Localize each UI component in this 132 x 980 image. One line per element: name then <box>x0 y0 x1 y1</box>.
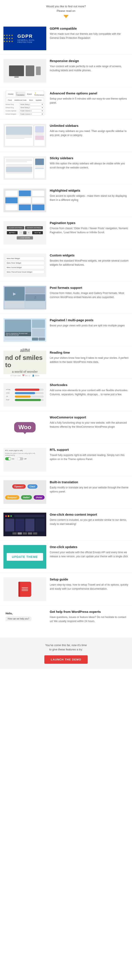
sticky-sidebars-image <box>3 156 46 180</box>
feature-gdpr: ★★★★★ ★★★★★ ★★ GDPR GENERAL DATA PROTECT… <box>0 22 132 55</box>
highlighted-widgets-description: Give accent to specific widgets - make t… <box>50 194 129 202</box>
setup-guide-title: Setup guide <box>50 578 129 581</box>
load-more-btn[interactable]: LOAD MORE <box>17 236 33 239</box>
wp-experts-description: Have questions, issues or feature ideas?… <box>50 615 129 624</box>
next-btn[interactable]: NEXT ▶ <box>32 231 43 234</box>
advanced-options-title: Advanced theme options panel <box>50 91 129 95</box>
rtl-description: Travell fully supports right-to-left ori… <box>50 453 129 461</box>
feature-post-formats: ▶ 🎵 Post formats support Choose from Vid… <box>0 282 132 314</box>
rtl-toggle-row: On Off <box>5 457 45 460</box>
page-3[interactable]: 3 <box>27 231 30 235</box>
pagination-image: OLDER ENTRIES NEWER ENTRIES ◀ PREV 1 2 3… <box>3 221 46 245</box>
demo-import-text-block: One-click demo content import Demo conte… <box>50 513 129 526</box>
ss-main-area <box>5 125 33 146</box>
woocommerce-description: Add a fully functioning shop to your new… <box>50 421 129 429</box>
demo-import-title: One-click demo content import <box>50 513 129 516</box>
device-phone-icon <box>36 67 41 75</box>
toggle-track-off[interactable] <box>17 457 23 460</box>
translation-word-1: Привет! <box>12 484 26 488</box>
reading-time-description: Let your visitors know how long it takes… <box>50 356 129 364</box>
custom-widgets-image: Meks Ads Widget Meks Flickr Widget Meks … <box>3 253 46 277</box>
di-dot-green <box>10 515 12 517</box>
feature-sticky-sidebars: Sticky sidebars With this option the sti… <box>0 152 132 185</box>
one-click-updates-description: Connect your website with the official E… <box>50 550 129 558</box>
field-label-default-wid: Default Widgets <box>6 113 18 115</box>
di-brand-3 <box>23 532 27 535</box>
sticky-side-accent <box>35 168 44 169</box>
wp-experts-title: Get help from WordPress experts <box>50 610 129 614</box>
field-val-home-sticky1: Home Sticky 1▼ <box>19 103 44 106</box>
update-theme-btn-display[interactable]: UPDATE THEME <box>6 553 43 561</box>
shortcodes-image: HTML CSS JS PHP <box>3 383 46 407</box>
paginated-text-block: Paginated / multi-page posts Boost your … <box>50 318 129 328</box>
hl-item-1 <box>5 190 18 197</box>
feature-pagination: OLDER ENTRIES NEWER ENTRIES ◀ PREV 1 2 3… <box>0 217 132 249</box>
feature-highlighted-widgets: Highlighted widgets Give accent to speci… <box>0 185 132 217</box>
responsive-text-block: Responsive design Your content will scal… <box>50 59 129 73</box>
toggle-off[interactable]: Off <box>17 457 27 460</box>
hl-item-accent-2 <box>19 190 31 197</box>
reading-time-title: Reading time <box>50 351 129 354</box>
woocommerce-text-block: WooCommerce support Add a fully function… <box>50 415 129 429</box>
di-url-bar <box>14 515 45 517</box>
advanced-options-description: Setup your website in 5 minutes with our… <box>50 97 129 105</box>
hl-item-accent-1 <box>5 197 18 204</box>
woocommerce-title: WooCommerce support <box>50 415 129 419</box>
one-click-updates-title: One-click updates <box>50 545 129 549</box>
toggle-track-on[interactable] <box>5 457 11 460</box>
hl-item-accent-3 <box>19 204 31 210</box>
sticky-line-4 <box>6 164 32 165</box>
demo-import-description: Demo content is included, so you get a w… <box>50 518 129 526</box>
setup-guide-image <box>3 578 46 601</box>
page-2[interactable]: 2 <box>23 231 27 235</box>
pagination-title: Pagination types <box>50 221 129 225</box>
shortcodes-title: Shortcodes <box>50 383 129 387</box>
gdpr-stars: ★★★★★ ★★★★★ ★★ <box>3 34 15 43</box>
adv-nav-header: Header <box>7 93 14 95</box>
sc-label-js: JS <box>6 396 13 398</box>
unlimited-sidebars-text-block: Unlimited sidebars Add as many sidebars … <box>50 124 129 137</box>
launch-demo-button[interactable]: LAUNCH THE DEMO <box>45 655 87 664</box>
field-label-default-slug2: Default Slug <box>6 107 18 108</box>
sticky-side-line-1 <box>35 165 44 166</box>
di-brands-row <box>5 532 45 535</box>
sticky-line-5 <box>6 165 32 166</box>
di-brand-4 <box>28 532 32 535</box>
sticky-side-line-2 <box>35 167 44 168</box>
hl-col-3 <box>32 190 45 210</box>
toggle-on[interactable]: On <box>5 457 14 460</box>
toggle-on-label: On <box>12 458 14 460</box>
shortcodes-bars: HTML CSS JS PHP <box>3 383 46 407</box>
gdpr-title: GDPR compatible <box>50 27 129 30</box>
book-line-2 <box>22 589 28 589</box>
feature-advanced-options: Header ✓ Translation Brand ⚡ Performance… <box>0 87 132 119</box>
page-1[interactable]: 1 <box>19 231 23 235</box>
custom-widgets-description: Besides the standard WordPress widgets, … <box>50 259 129 267</box>
prev-btn[interactable]: ◀ PREV <box>7 231 17 234</box>
ss-sidebar-area <box>34 125 45 146</box>
post-formats-image: ▶ 🎵 <box>3 286 46 309</box>
book-line-3 <box>22 590 28 591</box>
feature-translation: Привет! Ciao! Bonjour! Hello! ¡Hola! Bui… <box>0 476 132 508</box>
ss-line-2 <box>6 137 32 138</box>
older-entries-btn[interactable]: OLDER ENTRIES <box>7 226 24 229</box>
translation-word-3: Bonjour! <box>5 495 19 500</box>
newer-entries-btn[interactable]: NEWER ENTRIES <box>25 226 43 229</box>
rtl-image: RTL mode (right to left) Enable this opt… <box>3 448 46 471</box>
meks-flickr-label: Meks Flickr Widget <box>6 262 21 264</box>
sc-bar-js: JS <box>6 396 44 398</box>
hl-item-accent-4 <box>32 204 45 210</box>
feature-reading-time: alifM nd of smiles to a world of wonder … <box>0 346 132 379</box>
hl-item-2 <box>5 204 18 210</box>
field-val-footer-col2: Footer Column 2▼ <box>19 113 44 115</box>
sc-track-css <box>15 392 44 394</box>
sc-fill-css <box>15 392 35 394</box>
header-tagline: Please read on <box>9 9 123 13</box>
sc-bar-html: HTML <box>6 388 44 391</box>
adv-fields: Default Slug Home Sticky 1▼ Default Slug… <box>6 103 44 115</box>
unlimited-sidebars-title: Unlimited sidebars <box>50 124 129 127</box>
di-col-2 <box>15 519 24 531</box>
responsive-image <box>3 59 46 83</box>
adv-nav-additional: Additional Code <box>13 99 27 102</box>
di-brand-2 <box>17 532 22 535</box>
